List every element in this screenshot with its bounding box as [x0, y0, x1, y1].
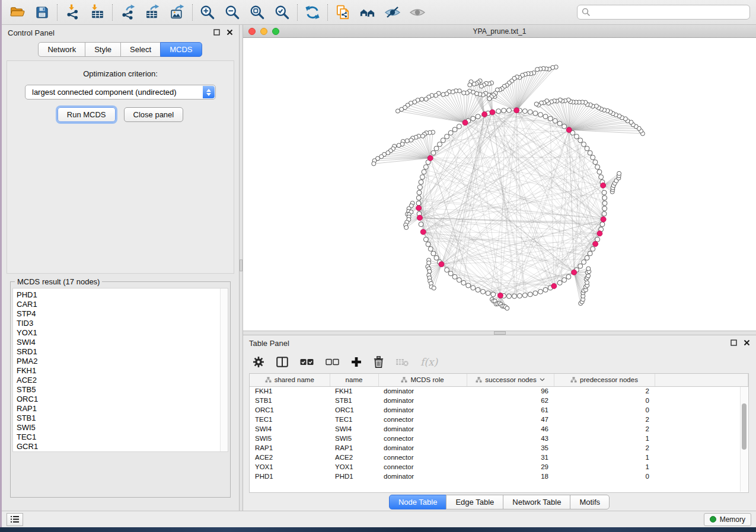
mcds-result-item[interactable]: TEC1	[17, 432, 228, 442]
run-mcds-button[interactable]: Run MCDS	[58, 107, 116, 122]
node-table: shared namenameMCDS rolesuccessor nodesp…	[250, 374, 748, 481]
table-cell: 47	[467, 415, 554, 424]
mcds-result-item[interactable]: FKH1	[17, 366, 228, 376]
memory-button-label: Memory	[720, 515, 745, 524]
mcds-result-item[interactable]: GCR1	[17, 442, 228, 451]
mcds-result-item[interactable]: STB1	[17, 414, 228, 423]
mcds-result-item[interactable]: ORC1	[17, 395, 228, 404]
split-panel-icon[interactable]	[276, 357, 288, 367]
save-session-icon[interactable]	[34, 4, 50, 21]
table-row[interactable]: PHD1PHD1dominator180	[250, 472, 748, 481]
network-graph-canvas[interactable]	[243, 38, 756, 331]
column-header-predecessor-nodes[interactable]: predecessor nodes	[554, 374, 655, 386]
control-panel-title: Control Panel	[8, 28, 55, 37]
tab-motifs[interactable]: Motifs	[570, 495, 610, 509]
tab-node-table[interactable]: Node Table	[389, 495, 447, 509]
zoom-fit-icon[interactable]	[249, 4, 266, 21]
table-cell: 43	[467, 434, 554, 443]
mcds-result-item[interactable]: ACE2	[17, 376, 228, 385]
mcds-result-item[interactable]: CAR1	[17, 300, 228, 309]
mcds-result-item[interactable]: TID3	[17, 319, 228, 328]
table-cell: SWI5	[330, 434, 378, 443]
table-row[interactable]: TEC1TEC1connector472	[250, 415, 748, 424]
table-row[interactable]: YOX1YOX1connector291	[250, 462, 748, 472]
vertical-splitter[interactable]	[239, 25, 243, 511]
mcds-result-item[interactable]: SWI5	[17, 423, 228, 432]
first-neighbors-icon[interactable]	[359, 4, 376, 21]
export-image-icon[interactable]	[169, 4, 186, 21]
add-column-icon[interactable]	[351, 357, 362, 367]
mcds-result-item[interactable]: RAP1	[17, 404, 228, 414]
column-header-name[interactable]: name	[330, 374, 378, 386]
table-cell: RAP1	[250, 443, 330, 453]
tab-network[interactable]: Network	[38, 42, 85, 57]
table-scrollbar-track[interactable]	[740, 387, 748, 492]
unselect-all-columns-icon[interactable]	[326, 358, 339, 366]
export-network-icon[interactable]	[119, 4, 136, 21]
table-row[interactable]: STB1STB1dominator620	[250, 396, 748, 405]
table-cell: ACE2	[330, 453, 378, 462]
zoom-selected-icon[interactable]	[274, 4, 291, 21]
mcds-result-list[interactable]: PHD1CAR1STP4TID3YOX1SWI4SRD1PMA2FKH1ACE2…	[12, 288, 228, 452]
export-table-icon[interactable]	[144, 4, 161, 21]
table-cell: dominator	[378, 424, 467, 434]
delete-columns-icon[interactable]	[374, 356, 384, 368]
hide-selected-icon[interactable]	[384, 4, 401, 21]
criterion-dropdown[interactable]: largest connected component (undirected)	[25, 85, 216, 100]
table-cell: 1	[554, 462, 655, 472]
network-window-title: YPA_prune.txt_1	[243, 27, 756, 36]
tab-mcds[interactable]: MCDS	[160, 42, 202, 57]
table-row[interactable]: SWI4SWI4dominator462	[250, 424, 748, 434]
import-network-icon[interactable]	[64, 4, 81, 21]
show-panels-menu-icon[interactable]	[7, 513, 23, 526]
mcds-result-item[interactable]: PMA2	[17, 357, 228, 366]
tab-select[interactable]: Select	[120, 42, 161, 57]
column-header-successor-nodes[interactable]: successor nodes	[467, 374, 554, 386]
tab-edge-table[interactable]: Edge Table	[446, 495, 503, 509]
table-cell: SWI5	[250, 434, 330, 443]
table-cell	[655, 472, 748, 481]
close-panel-icon[interactable]	[227, 27, 233, 38]
table-mode-gear-icon[interactable]	[253, 356, 264, 368]
select-all-columns-icon[interactable]	[300, 358, 314, 366]
memory-button[interactable]: Memory	[704, 513, 751, 526]
mcds-result-item[interactable]: SRD1	[17, 347, 228, 357]
table-row[interactable]: RAP1RAP1dominator352	[250, 443, 748, 453]
table-row[interactable]: ORC1ORC1dominator610	[250, 405, 748, 415]
table-scrollbar-thumb[interactable]	[742, 403, 747, 450]
duplicate-network-icon[interactable]	[334, 4, 351, 21]
splitter-handle[interactable]	[494, 331, 506, 335]
table-cell: 96	[467, 386, 554, 396]
refresh-icon[interactable]	[304, 4, 321, 21]
table-cell: FKH1	[330, 386, 378, 396]
open-session-icon[interactable]	[9, 4, 25, 21]
mcds-result-item[interactable]: PHD1	[17, 290, 228, 300]
table-toolbar: f(x)	[243, 351, 756, 373]
float-panel-icon[interactable]	[213, 27, 220, 38]
tab-style[interactable]: Style	[85, 42, 121, 57]
splitter-handle[interactable]	[240, 259, 243, 271]
mcds-result-item[interactable]: STP4	[17, 309, 228, 319]
close-panel-button[interactable]: Close panel	[124, 107, 184, 122]
mcds-result-title: MCDS result (17 nodes)	[15, 277, 102, 286]
table-cell: ORC1	[330, 405, 378, 415]
column-header-shared-name[interactable]: shared name	[250, 374, 330, 386]
mcds-result-item[interactable]: SWI4	[17, 338, 228, 347]
import-table-icon[interactable]	[89, 4, 106, 21]
search-input[interactable]	[577, 5, 750, 20]
table-row[interactable]: ACE2ACE2connector311	[250, 453, 748, 462]
tab-network-table[interactable]: Network Table	[503, 495, 570, 509]
mcds-result-item[interactable]: STB5	[17, 385, 228, 395]
table-cell	[655, 415, 748, 424]
table-row[interactable]: SWI5SWI5connector431	[250, 434, 748, 443]
float-panel-icon[interactable]	[731, 338, 737, 348]
mcds-result-item[interactable]: YOX1	[17, 328, 228, 338]
table-row[interactable]: FKH1FKH1dominator962	[250, 386, 748, 396]
control-panel-tabbar: NetworkStyleSelectMCDS	[2, 40, 239, 58]
close-panel-icon[interactable]	[744, 338, 750, 348]
zoom-out-icon[interactable]	[224, 4, 241, 21]
zoom-in-icon[interactable]	[199, 4, 216, 21]
list-scrollbar-track[interactable]	[220, 289, 228, 451]
horizontal-splitter[interactable]	[243, 331, 756, 335]
column-header-mcds-role[interactable]: MCDS role	[378, 374, 467, 386]
